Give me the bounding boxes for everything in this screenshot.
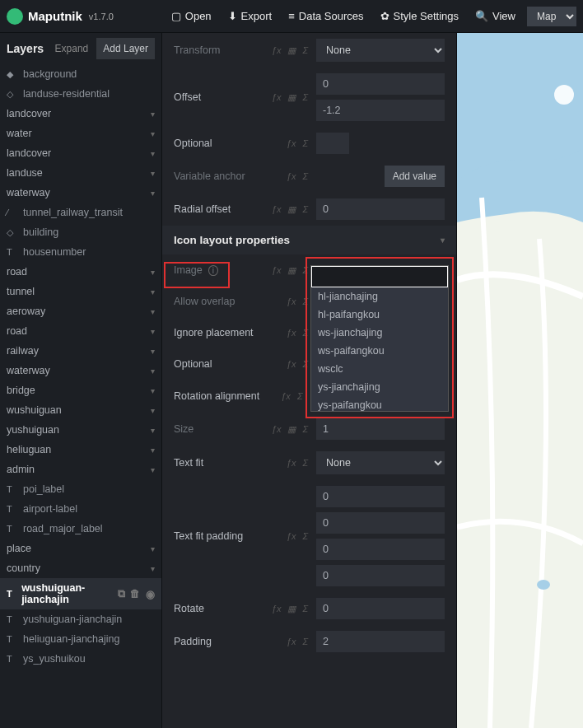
layer-group[interactable]: road▾ (0, 321, 161, 341)
dropdown-option[interactable]: ys-jianchajing (311, 378, 448, 396)
dropdown-option[interactable]: ws-jianchajing (311, 324, 448, 342)
fx-icon[interactable]: ƒx (272, 265, 282, 276)
fx-icon[interactable]: ƒx (272, 45, 282, 56)
data-icon[interactable]: ▦ (287, 604, 296, 614)
fx-icon[interactable]: ƒx (272, 204, 282, 215)
map-preview[interactable] (457, 33, 583, 728)
sigma-icon[interactable]: Σ (302, 204, 308, 215)
layer-group[interactable]: aeroway▾ (0, 301, 161, 321)
dropdown-option[interactable]: ys-paifangkou (311, 396, 448, 411)
fx-icon[interactable]: ƒx (272, 92, 282, 103)
icon-layout-section[interactable]: Icon layout properties ▾ (162, 226, 456, 254)
sigma-icon[interactable]: Σ (302, 604, 308, 614)
text-fit-select[interactable]: None (316, 451, 445, 474)
fx-icon[interactable]: ƒx (272, 604, 282, 614)
dropdown-option[interactable]: wsclc (311, 360, 448, 378)
fx-icon[interactable]: ƒx (281, 391, 291, 401)
offset-x-input[interactable] (316, 73, 445, 95)
tfp-3-input[interactable] (316, 539, 445, 560)
layer-group[interactable]: wushuiguan▾ (0, 400, 161, 420)
data-icon[interactable]: ▦ (287, 265, 296, 276)
export-button[interactable]: ⬇Export (220, 3, 281, 29)
layer-item[interactable]: Theliuguan-jianchajing (0, 629, 161, 649)
add-value-button[interactable]: Add value (385, 166, 445, 187)
fx-icon[interactable]: ƒx (287, 359, 296, 369)
data-icon[interactable]: ▦ (287, 92, 296, 103)
layer-group[interactable]: yushuiguan▾ (0, 420, 161, 440)
layer-group[interactable]: tunnel▾ (0, 282, 161, 301)
layer-item[interactable]: Thousenumber (0, 242, 161, 262)
layer-group[interactable]: landcover▾ (0, 104, 161, 124)
offset-y-input[interactable] (316, 100, 445, 121)
fx-icon[interactable]: ƒx (287, 637, 296, 646)
layer-group[interactable]: country▾ (0, 558, 161, 578)
tfp-1-input[interactable] (316, 486, 445, 507)
layer-item[interactable]: ◆background (0, 64, 161, 84)
sigma-icon[interactable]: Σ (302, 328, 308, 338)
delete-icon[interactable]: 🗑 (130, 588, 141, 600)
layer-item[interactable]: Tyushuiguan-jianchajin (0, 609, 161, 629)
optional-input[interactable] (316, 133, 349, 154)
layer-group[interactable]: road▾ (0, 262, 161, 282)
radial-offset-input[interactable] (316, 198, 445, 220)
sigma-icon[interactable]: Σ (302, 296, 308, 306)
fx-icon[interactable]: ƒx (287, 296, 296, 306)
sigma-icon[interactable]: Σ (302, 458, 308, 468)
layer-item[interactable]: ∕tunnel_railway_transit (0, 203, 161, 222)
layer-group[interactable]: heliuguan▾ (0, 440, 161, 460)
rotate-input[interactable] (316, 598, 445, 619)
copy-icon[interactable]: ⧉ (118, 588, 125, 600)
sigma-icon[interactable]: Σ (302, 359, 308, 369)
tfp-4-input[interactable] (316, 565, 445, 586)
sigma-icon[interactable]: Σ (297, 391, 303, 401)
layer-item[interactable]: Troad_major_label (0, 519, 161, 539)
layer-item[interactable]: ◇building (0, 222, 161, 242)
layer-item[interactable]: Tairport-label (0, 499, 161, 519)
layer-item[interactable]: ◇landuse-residential (0, 84, 161, 104)
sigma-icon[interactable]: Σ (302, 138, 308, 148)
layer-group[interactable]: railway▾ (0, 341, 161, 361)
sigma-icon[interactable]: Σ (302, 424, 308, 435)
dropdown-option[interactable]: ws-paifangkou (311, 342, 448, 360)
visibility-icon[interactable]: ◉ (146, 588, 155, 600)
style-settings-button[interactable]: ✿Style Settings (372, 3, 468, 29)
sigma-icon[interactable]: Σ (302, 171, 308, 181)
open-button[interactable]: ▢Open (163, 3, 220, 29)
image-search-input[interactable] (311, 266, 448, 287)
layer-group[interactable]: water▾ (0, 124, 161, 143)
fx-icon[interactable]: ƒx (287, 138, 296, 148)
fx-icon[interactable]: ƒx (287, 531, 296, 541)
expand-button[interactable]: Expand (50, 38, 94, 59)
transform-select[interactable]: None (316, 39, 445, 62)
view-button[interactable]: 🔍View (467, 3, 524, 29)
layer-item[interactable]: Tys_yushuikou (0, 649, 161, 669)
layer-item[interactable]: Twushuiguan-jianchajin⧉🗑◉ (0, 578, 161, 609)
data-sources-button[interactable]: ≡Data Sources (280, 3, 371, 29)
data-icon[interactable]: ▦ (287, 45, 296, 56)
tfp-2-input[interactable] (316, 512, 445, 534)
dropdown-option[interactable]: hl-paifangkou (311, 306, 448, 324)
size-input[interactable] (316, 418, 445, 440)
sigma-icon[interactable]: Σ (302, 265, 308, 276)
layer-group[interactable]: landuse▾ (0, 163, 161, 183)
fx-icon[interactable]: ƒx (287, 328, 296, 338)
info-icon[interactable]: i (208, 265, 218, 276)
fx-icon[interactable]: ƒx (287, 171, 296, 181)
sigma-icon[interactable]: Σ (302, 531, 308, 541)
layer-group[interactable]: landcover▾ (0, 143, 161, 163)
sigma-icon[interactable]: Σ (302, 637, 308, 646)
add-layer-button[interactable]: Add Layer (96, 38, 155, 59)
layer-group[interactable]: waterway▾ (0, 361, 161, 380)
sigma-icon[interactable]: Σ (302, 92, 308, 103)
data-icon[interactable]: ▦ (287, 204, 296, 215)
layer-group[interactable]: waterway▾ (0, 183, 161, 203)
fx-icon[interactable]: ƒx (272, 424, 282, 435)
padding-input[interactable] (316, 631, 445, 652)
dropdown-option[interactable]: hl-jianchajing (311, 287, 448, 306)
layer-group[interactable]: bridge▾ (0, 380, 161, 400)
view-mode-select[interactable]: Map (527, 7, 576, 26)
data-icon[interactable]: ▦ (287, 424, 296, 435)
layer-group[interactable]: place▾ (0, 539, 161, 558)
layer-item[interactable]: Tpoi_label (0, 479, 161, 499)
sigma-icon[interactable]: Σ (302, 45, 308, 56)
